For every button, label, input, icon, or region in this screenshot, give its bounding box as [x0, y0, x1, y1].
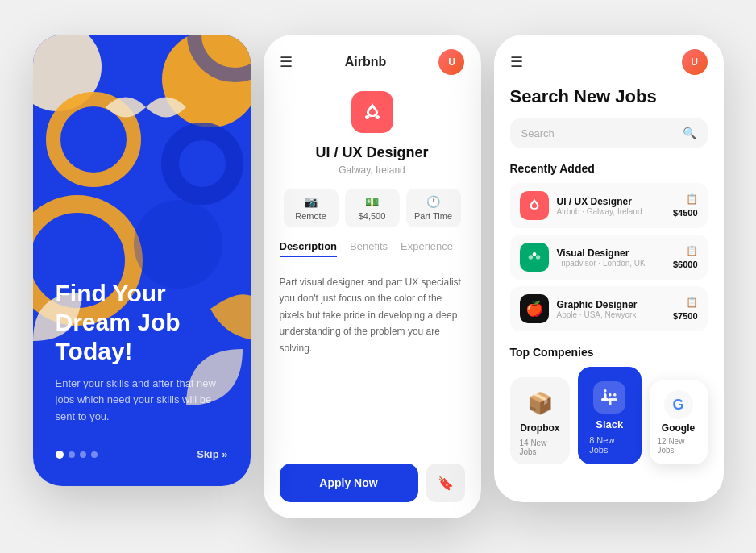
- svg-rect-14: [613, 393, 617, 397]
- dropbox-logo: 📦: [525, 389, 555, 418]
- job-tabs: Description Benefits Experience: [280, 240, 465, 264]
- search-placeholder-text: Search: [521, 127, 676, 139]
- tag-type: 🕐 Part Time: [406, 189, 461, 227]
- tag-remote: 📷 Remote: [284, 189, 339, 227]
- list-item[interactable]: 🍎 Graphic Designer Apple · USA, Newyork …: [510, 286, 708, 331]
- company-logo-container: [280, 91, 465, 133]
- pagination-dots: [56, 451, 98, 459]
- job-right-2: 📋 $6000: [673, 245, 698, 269]
- svg-point-0: [33, 35, 102, 111]
- job-info-2: Visual Designer Tripadvisor · London, UK: [557, 247, 665, 268]
- remote-label: Remote: [295, 211, 326, 221]
- top-companies-label: Top Compenies: [510, 346, 708, 359]
- app-container: Find Your Dream Job Today! Enter your sk…: [33, 35, 724, 518]
- job-footer: Apply Now 🔖: [264, 454, 481, 518]
- salary-3: $7500: [673, 311, 698, 321]
- tab-experience[interactable]: Experience: [401, 240, 453, 257]
- job-company-1: Airbnb · Galway, Ireland: [557, 207, 665, 216]
- onboarding-content: Find Your Dream Job Today! Enter your sk…: [56, 279, 228, 460]
- save-job-button[interactable]: 🔖: [426, 464, 465, 502]
- job-right-1: 📋 $4500: [673, 193, 698, 218]
- svg-point-9: [532, 252, 536, 256]
- app-name: Airbnb: [345, 55, 387, 69]
- avatar-initials: U: [448, 56, 455, 68]
- save-icon-2[interactable]: 📋: [686, 245, 698, 256]
- job-description: Part visual designer and part UX special…: [280, 274, 465, 446]
- svg-rect-16: [610, 398, 617, 401]
- dot-1[interactable]: [56, 451, 64, 459]
- dropbox-jobs: 14 New Jobs: [520, 439, 561, 456]
- job-company-2: Tripadvisor · London, UK: [557, 259, 665, 268]
- job-name-3: Graphic Designer: [557, 299, 665, 310]
- job-name-2: Visual Designer: [557, 247, 665, 259]
- salary-label: $4,500: [359, 211, 386, 221]
- save-icon-3[interactable]: 📋: [686, 297, 698, 308]
- tab-benefits[interactable]: Benefits: [350, 240, 388, 257]
- job-info-1: UI / UX Designer Airbnb · Galway, Irelan…: [557, 196, 665, 216]
- job-title: UI / UX Designer: [280, 144, 465, 161]
- tag-salary: 💵 $4,500: [345, 189, 400, 227]
- tripadvisor-logo: [520, 243, 549, 272]
- avatar[interactable]: U: [438, 49, 464, 75]
- airbnb-logo: [520, 191, 549, 220]
- svg-rect-10: [604, 389, 607, 393]
- companies-grid: 📦 Dropbox 14 New Jobs: [510, 367, 708, 464]
- svg-point-1: [162, 35, 251, 127]
- company-card-google[interactable]: G Google 12 New Jobs: [650, 380, 708, 464]
- job-tags: 📷 Remote 💵 $4,500 🕐 Part Time: [280, 189, 465, 227]
- list-item[interactable]: UI / UX Designer Airbnb · Galway, Irelan…: [510, 183, 708, 228]
- job-info-3: Graphic Designer Apple · USA, Newyork: [557, 299, 665, 319]
- svg-point-2: [53, 99, 134, 180]
- phone-onboarding: Find Your Dream Job Today! Enter your sk…: [33, 35, 251, 486]
- dot-3[interactable]: [80, 451, 86, 458]
- apply-now-button[interactable]: Apply Now: [280, 464, 418, 502]
- salary-1: $4500: [673, 208, 698, 218]
- save-icon-1[interactable]: 📋: [686, 193, 698, 205]
- list-item[interactable]: Visual Designer Tripadvisor · London, UK…: [510, 235, 708, 280]
- slack-logo: [593, 381, 625, 414]
- svg-rect-15: [601, 398, 609, 401]
- job-detail-body: UI / UX Designer Galway, Ireland 📷 Remot…: [264, 83, 481, 454]
- tab-description[interactable]: Description: [280, 240, 338, 257]
- recently-added-label: Recently Added: [510, 162, 708, 175]
- job-right-3: 📋 $7500: [673, 297, 698, 321]
- job-company-3: Apple · USA, Newyork: [557, 310, 665, 319]
- job-detail-header: ☰ Airbnb U: [264, 35, 481, 83]
- apple-logo: 🍎: [520, 294, 549, 323]
- svg-point-5: [134, 200, 222, 289]
- page-title: Search New Jobs: [510, 86, 708, 107]
- onboarding-title: Find Your Dream Job Today!: [56, 279, 228, 366]
- menu-icon[interactable]: ☰: [280, 53, 293, 71]
- skip-button[interactable]: Skip »: [197, 448, 227, 460]
- svg-point-7: [528, 255, 533, 260]
- google-jobs: 12 New Jobs: [658, 437, 700, 455]
- onboarding-subtitle: Enter your skills and after that new job…: [56, 376, 228, 426]
- dropbox-name: Dropbox: [520, 422, 559, 434]
- svg-point-6: [194, 35, 251, 75]
- menu-icon-search[interactable]: ☰: [510, 53, 523, 71]
- type-icon: 🕐: [426, 195, 440, 208]
- phone-job-detail: ☰ Airbnb U UI / UX Designer Galway, Irel…: [264, 35, 481, 518]
- svg-point-3: [170, 131, 235, 196]
- dot-2[interactable]: [69, 451, 75, 458]
- svg-point-8: [535, 255, 540, 260]
- bookmark-icon: 🔖: [438, 476, 454, 491]
- company-card-dropbox[interactable]: 📦 Dropbox 14 New Jobs: [510, 377, 571, 464]
- job-location: Galway, Ireland: [280, 164, 465, 176]
- google-name: Google: [662, 422, 695, 434]
- type-label: Part Time: [414, 211, 452, 221]
- salary-2: $6000: [673, 260, 698, 269]
- dot-4[interactable]: [91, 451, 98, 458]
- company-card-slack[interactable]: Slack 8 New Jobs: [578, 367, 641, 464]
- search-bar[interactable]: Search 🔍: [510, 118, 708, 148]
- job-list: UI / UX Designer Airbnb · Galway, Irelan…: [510, 183, 708, 331]
- search-icon: 🔍: [683, 127, 696, 139]
- search-header: ☰ U: [510, 49, 708, 75]
- salary-icon: 💵: [365, 195, 379, 208]
- remote-icon: 📷: [304, 195, 318, 208]
- job-name-1: UI / UX Designer: [557, 196, 665, 207]
- slack-name: Slack: [596, 418, 623, 430]
- avatar-search[interactable]: U: [682, 49, 708, 75]
- google-logo: G: [664, 390, 693, 419]
- phone-search: ☰ U Search New Jobs Search 🔍 Recently Ad…: [494, 35, 724, 502]
